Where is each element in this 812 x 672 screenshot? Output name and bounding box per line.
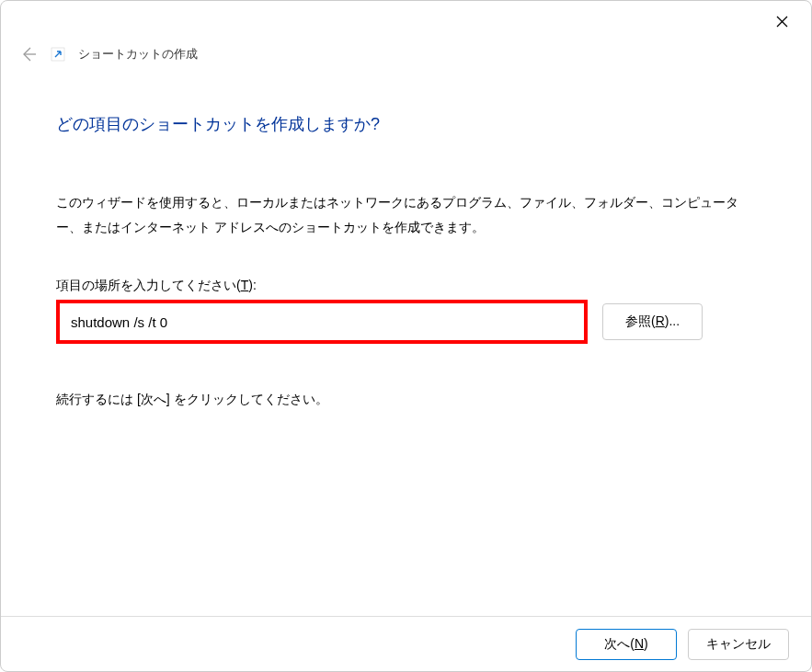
location-input-row: 参照(R)... bbox=[56, 300, 756, 344]
browse-key: R bbox=[656, 313, 665, 328]
next-key: N bbox=[635, 636, 644, 651]
back-arrow-icon bbox=[19, 45, 38, 63]
field-label-post: ): bbox=[248, 278, 257, 292]
next-pre: 次へ( bbox=[604, 636, 635, 651]
location-field-label: 項目の場所を入力してください(T): bbox=[56, 278, 756, 294]
page-heading: どの項目のショートカットを作成しますか? bbox=[56, 113, 756, 135]
browse-post: )... bbox=[665, 313, 680, 328]
close-icon bbox=[776, 16, 788, 28]
content-area: どの項目のショートカットを作成しますか? このウィザードを使用すると、ローカルま… bbox=[1, 69, 811, 408]
back-button[interactable] bbox=[19, 45, 38, 63]
browse-pre: 参照( bbox=[625, 313, 656, 328]
highlight-annotation bbox=[56, 300, 588, 344]
description-text: このウィザードを使用すると、ローカルまたはネットワークにあるプログラム、ファイル… bbox=[56, 190, 756, 239]
titlebar bbox=[1, 1, 811, 41]
cancel-button[interactable]: キャンセル bbox=[688, 629, 789, 660]
location-input[interactable] bbox=[60, 303, 584, 340]
footer-buttons: 次へ(N) キャンセル bbox=[1, 616, 811, 671]
header-row: ショートカットの作成 bbox=[1, 40, 811, 69]
wizard-title: ショートカットの作成 bbox=[78, 46, 198, 63]
shortcut-icon bbox=[51, 47, 65, 62]
field-label-pre: 項目の場所を入力してください( bbox=[56, 278, 241, 292]
next-button[interactable]: 次へ(N) bbox=[576, 629, 677, 660]
next-post: ) bbox=[644, 636, 648, 651]
field-label-key: T bbox=[241, 278, 249, 292]
close-button[interactable] bbox=[767, 6, 796, 36]
create-shortcut-wizard: ショートカットの作成 どの項目のショートカットを作成しますか? このウィザードを… bbox=[0, 0, 812, 672]
continue-instruction: 続行するには [次へ] をクリックしてください。 bbox=[56, 392, 756, 408]
browse-button[interactable]: 参照(R)... bbox=[602, 303, 703, 340]
